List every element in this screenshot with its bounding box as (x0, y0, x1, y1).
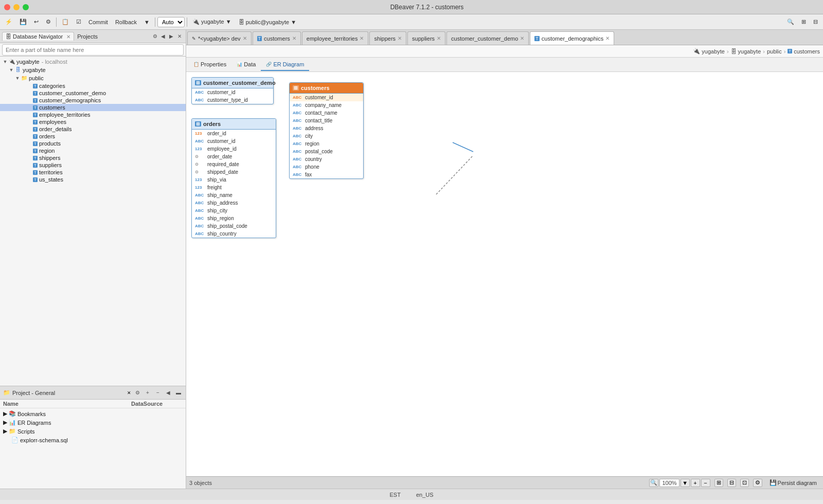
ccd-tab-close[interactable]: ✕ (520, 35, 524, 41)
left-panel-nav2[interactable]: ▶ (167, 32, 175, 41)
tool-btn-grid[interactable]: ⊞ (798, 16, 809, 28)
tree-item-schema[interactable]: ▼ 📁 public (0, 74, 186, 82)
customers-tab-close[interactable]: ✕ (292, 35, 296, 41)
left-panel-close[interactable]: ✕ (175, 32, 184, 41)
tree-item-suppliers[interactable]: T suppliers (0, 161, 186, 169)
tab-shippers[interactable]: shippers ✕ (369, 31, 406, 45)
tool-btn-connection[interactable]: 🔌 yugabyte ▼ (189, 16, 235, 28)
er-field-employee-id[interactable]: 123 employee_id (192, 145, 276, 153)
er-field-ship-region[interactable]: ABC ship_region (192, 214, 276, 222)
tab-dev[interactable]: ✎ *<yugabyte> dev ✕ (187, 31, 252, 45)
er-field-contact-name[interactable]: ABC contact_name (290, 109, 363, 117)
tree-item-orders[interactable]: T orders (0, 133, 186, 140)
er-table-customers[interactable]: ⊞ customers ABC customer_id ABC company_… (289, 82, 364, 179)
tree-item-categories[interactable]: T categories (0, 82, 186, 89)
zoom-dropdown-btn[interactable]: ▼ (681, 479, 690, 487)
close-button[interactable] (4, 4, 10, 10)
tab-customers[interactable]: T customers ✕ (253, 31, 301, 45)
er-field-phone[interactable]: ABC phone (290, 163, 363, 171)
tool-btn-db[interactable]: 🗄 public@yugabyte ▼ (236, 16, 300, 28)
tree-item-territories[interactable]: T territories (0, 169, 186, 176)
tree-item-products[interactable]: T products (0, 140, 186, 147)
tool-btn-1[interactable]: ⚡ (2, 16, 15, 28)
tree-item-region[interactable]: T region (0, 147, 186, 154)
rollback-button[interactable]: Rollback (112, 16, 140, 28)
tree-item-customers[interactable]: T customers (0, 104, 186, 111)
er-field-country[interactable]: ABC country (290, 155, 363, 163)
er-field-city[interactable]: ABC city (290, 132, 363, 140)
tree-item-customer-customer-demo[interactable]: T customer_customer_demo (0, 89, 186, 97)
tab-customer-demographics[interactable]: T customer_demographics ✕ (530, 31, 614, 45)
er-field-order-date[interactable]: ⊙ order_date (192, 153, 276, 160)
er-field-shipped-date[interactable]: ⊙ shipped_date (192, 168, 276, 176)
tree-item-customer-demographics[interactable]: T customer_demographics (0, 97, 186, 104)
er-field-required-date[interactable]: ⊙ required_date (192, 160, 276, 168)
zoom-search-btn[interactable]: 🔍 (649, 479, 658, 487)
suppliers-tab-close[interactable]: ✕ (437, 35, 441, 41)
left-panel-settings[interactable]: ⚙ (151, 32, 159, 41)
left-panel-nav[interactable]: ◀ (159, 32, 167, 41)
tool-btn-5[interactable]: 📋 (59, 16, 72, 28)
er-diagram-area[interactable]: ⊞ customer_customer_demo ABC customer_id… (186, 72, 823, 476)
zoom-out-btn[interactable]: − (701, 479, 710, 487)
tool-btn-2[interactable]: 💾 (16, 16, 30, 28)
table-search-input[interactable] (2, 44, 184, 56)
er-field-company-name[interactable]: ABC company_name (290, 101, 363, 109)
persist-diagram-btn[interactable]: 💾 Persist diagram (766, 477, 820, 489)
er-field-contact-title[interactable]: ABC contact_title (290, 117, 363, 124)
er-field-order-id[interactable]: 123 order_id (192, 130, 276, 137)
tool-btn-4[interactable]: ⚙ (43, 16, 54, 28)
sub-tab-properties[interactable]: 📋 Properties (188, 59, 231, 71)
project-collapse-btn[interactable]: ▬ (174, 389, 183, 397)
tree-item-us-states[interactable]: T us_states (0, 176, 186, 183)
zoom-in-btn[interactable]: + (691, 479, 700, 487)
projects-tab[interactable]: Projects (74, 32, 101, 41)
er-table-orders[interactable]: ⊞ orders 123 order_id ABC customer_id 12… (191, 118, 276, 238)
tree-item-database[interactable]: ▼ 🗄 yugabyte (0, 66, 186, 74)
project-back-btn[interactable]: ◀ (164, 389, 172, 397)
er-field-customer-id[interactable]: ABC customer_id (192, 137, 276, 145)
et-tab-close[interactable]: ✕ (360, 35, 364, 41)
dev-tab-close[interactable]: ✕ (243, 35, 247, 41)
tab-customer-customer-demo[interactable]: customer_customer_demo ✕ (446, 31, 529, 45)
fit-btn[interactable]: ⊡ (740, 479, 749, 487)
er-field-ship-address[interactable]: ABC ship_address (192, 199, 276, 207)
er-field-ship-via[interactable]: 123 ship_via (192, 176, 276, 184)
tree-item-employees[interactable]: T employees (0, 118, 186, 125)
er-field-ship-country[interactable]: ABC ship_country (192, 230, 276, 238)
project-item-sql-file[interactable]: 📄 explorr-schema.sql (0, 436, 186, 444)
er-field-address[interactable]: ABC address (290, 124, 363, 132)
transaction-mode-dropdown[interactable]: Auto (157, 17, 185, 27)
project-add-btn[interactable]: + (144, 389, 152, 397)
tree-item-shippers[interactable]: T shippers (0, 154, 186, 161)
tab-employee-territories[interactable]: employee_territories ✕ (302, 31, 369, 45)
er-field-region[interactable]: ABC region (290, 140, 363, 148)
er-field-fax[interactable]: ABC fax (290, 171, 363, 178)
project-settings-btn[interactable]: ⚙ (133, 389, 141, 397)
project-minus-btn[interactable]: − (154, 389, 162, 397)
database-navigator-tab[interactable]: 🗄 Database Navigator ✕ (2, 32, 74, 41)
project-item-scripts[interactable]: ▶ 📁 Scripts (0, 427, 186, 436)
er-field-ccd-customer-id[interactable]: ABC customer_id (192, 88, 273, 96)
tree-item-employee-territories[interactable]: T employee_territories (0, 111, 186, 118)
maximize-button[interactable] (23, 4, 29, 10)
sub-tab-er-diagram[interactable]: 🔗 ER Diagram (261, 59, 309, 71)
project-item-bookmarks[interactable]: ▶ 📚 Bookmarks (0, 409, 186, 418)
tree-item-connection[interactable]: ▼ 🔌 yugabyte - localhost (0, 58, 186, 66)
er-field-freight[interactable]: 123 freight (192, 184, 276, 191)
settings-btn[interactable]: ⚙ (753, 479, 762, 487)
tool-btn-6[interactable]: ☑ (73, 16, 84, 28)
er-field-ship-postal-code[interactable]: ABC ship_postal_code (192, 222, 276, 230)
sub-tab-data[interactable]: 📊 Data (231, 59, 261, 71)
er-field-ship-city[interactable]: ABC ship_city (192, 207, 276, 214)
cd-tab-close[interactable]: ✕ (605, 35, 610, 41)
commit-button[interactable]: Commit (85, 16, 111, 28)
er-field-customers-customer-id[interactable]: ABC customer_id (290, 94, 363, 101)
tool-btn-3[interactable]: ↩ (31, 16, 42, 28)
minimize-button[interactable] (13, 4, 20, 10)
er-table-customer-customer-demo[interactable]: ⊞ customer_customer_demo ABC customer_id… (191, 77, 274, 104)
db-nav-close[interactable]: ✕ (66, 34, 70, 40)
tree-item-order-details[interactable]: T order_details (0, 125, 186, 133)
grid-toggle-btn[interactable]: ⊞ (714, 479, 723, 487)
project-item-er-diagrams[interactable]: ▶ 📊 ER Diagrams (0, 418, 186, 427)
